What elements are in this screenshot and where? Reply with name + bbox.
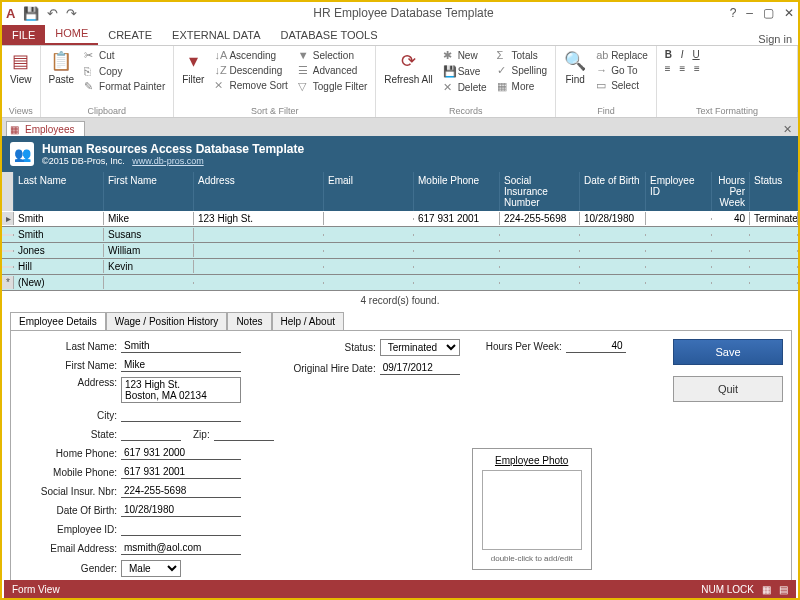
col-email[interactable]: Email xyxy=(324,172,414,211)
redo-icon[interactable]: ↷ xyxy=(66,6,77,21)
undo-icon[interactable]: ↶ xyxy=(47,6,58,21)
select-status[interactable]: Terminated xyxy=(380,339,460,356)
align-right-icon[interactable]: ≡ xyxy=(694,63,700,74)
maximize-icon[interactable]: ▢ xyxy=(763,6,774,20)
spelling-button[interactable]: ✓Spelling xyxy=(495,63,550,78)
table-cell[interactable] xyxy=(324,250,414,252)
table-cell[interactable] xyxy=(646,282,712,284)
col-ssn[interactable]: Social Insurance Number xyxy=(500,172,580,211)
tab-database-tools[interactable]: DATABASE TOOLS xyxy=(270,25,387,45)
tab-create[interactable]: CREATE xyxy=(98,25,162,45)
col-lastname[interactable]: Last Name xyxy=(14,172,104,211)
table-cell[interactable] xyxy=(414,266,500,268)
sign-in-link[interactable]: Sign in xyxy=(758,33,798,45)
ascending-button[interactable]: ↓AAscending xyxy=(212,48,289,62)
align-center-icon[interactable]: ≡ xyxy=(679,63,685,74)
tab-file[interactable]: FILE xyxy=(2,25,45,45)
table-cell[interactable] xyxy=(750,282,798,284)
table-cell[interactable]: 224-255-5698 xyxy=(500,212,580,225)
input-dob[interactable] xyxy=(121,503,241,517)
select-gender[interactable]: Male xyxy=(121,560,181,577)
table-cell[interactable] xyxy=(324,218,414,220)
table-cell[interactable] xyxy=(712,250,750,252)
bold-button[interactable]: B xyxy=(665,49,672,60)
format-painter-button[interactable]: ✎Format Painter xyxy=(82,79,167,94)
table-row[interactable]: *(New) xyxy=(2,275,798,291)
close-icon[interactable]: ✕ xyxy=(784,6,794,20)
col-status[interactable]: Status xyxy=(750,172,798,211)
table-cell[interactable]: 617 931 2001 xyxy=(414,212,500,225)
input-zip[interactable] xyxy=(214,427,274,441)
table-cell[interactable] xyxy=(500,250,580,252)
italic-button[interactable]: I xyxy=(681,49,684,60)
table-cell[interactable] xyxy=(414,282,500,284)
table-cell[interactable] xyxy=(712,266,750,268)
form-tab-details[interactable]: Employee Details xyxy=(10,312,106,330)
copy-button[interactable]: ⎘Copy xyxy=(82,64,167,78)
table-cell[interactable] xyxy=(580,250,646,252)
col-mobile[interactable]: Mobile Phone xyxy=(414,172,500,211)
col-address[interactable]: Address xyxy=(194,172,324,211)
table-cell[interactable] xyxy=(324,266,414,268)
table-cell[interactable]: 40 xyxy=(712,212,750,225)
view-shortcut-icon[interactable]: ▦ xyxy=(762,584,771,595)
table-cell[interactable] xyxy=(2,266,14,268)
table-cell[interactable] xyxy=(194,250,324,252)
form-tab-notes[interactable]: Notes xyxy=(227,312,271,330)
table-cell[interactable] xyxy=(500,234,580,236)
table-cell[interactable] xyxy=(750,250,798,252)
view-button[interactable]: ▤View xyxy=(8,48,34,87)
table-cell[interactable]: Smith xyxy=(14,212,104,225)
table-cell[interactable] xyxy=(580,234,646,236)
tab-home[interactable]: HOME xyxy=(45,23,98,45)
table-cell[interactable] xyxy=(2,234,14,236)
goto-button[interactable]: →Go To xyxy=(594,63,650,77)
table-cell[interactable] xyxy=(646,218,712,220)
input-mobilephone[interactable] xyxy=(121,465,241,479)
descending-button[interactable]: ↓ZDescending xyxy=(212,63,289,77)
input-address[interactable] xyxy=(121,377,241,403)
table-cell[interactable] xyxy=(2,250,14,252)
table-cell[interactable]: Kevin xyxy=(104,260,194,273)
document-tab-employees[interactable]: Employees xyxy=(6,121,85,136)
selection-button[interactable]: ▼Selection xyxy=(296,48,369,62)
input-city[interactable] xyxy=(121,408,241,422)
table-cell[interactable]: Smith xyxy=(14,228,104,241)
refresh-all-button[interactable]: ⟳Refresh All xyxy=(382,48,434,87)
form-tab-wage[interactable]: Wage / Position History xyxy=(106,312,228,330)
cut-button[interactable]: ✂Cut xyxy=(82,48,167,63)
select-button[interactable]: ▭Select xyxy=(594,78,650,93)
photo-placeholder[interactable] xyxy=(482,470,582,550)
replace-button[interactable]: abReplace xyxy=(594,48,650,62)
input-lastname[interactable] xyxy=(121,339,241,353)
view-shortcut-icon[interactable]: ▤ xyxy=(779,584,788,595)
table-cell[interactable] xyxy=(750,266,798,268)
minimize-icon[interactable]: – xyxy=(746,6,753,20)
close-document-icon[interactable]: ✕ xyxy=(777,123,798,136)
table-cell[interactable] xyxy=(580,282,646,284)
table-cell[interactable]: Jones xyxy=(14,244,104,257)
table-cell[interactable]: William xyxy=(104,244,194,257)
input-empid[interactable] xyxy=(121,522,241,536)
table-cell[interactable] xyxy=(324,282,414,284)
input-hiredate[interactable] xyxy=(380,361,460,375)
table-cell[interactable]: (New) xyxy=(14,276,104,289)
table-cell[interactable] xyxy=(414,250,500,252)
table-cell[interactable] xyxy=(194,234,324,236)
save-icon[interactable]: 💾 xyxy=(23,6,39,21)
remove-sort-button[interactable]: ⨯Remove Sort xyxy=(212,78,289,93)
totals-button[interactable]: ΣTotals xyxy=(495,48,550,62)
filter-button[interactable]: ▾Filter xyxy=(180,48,206,87)
table-cell[interactable] xyxy=(646,266,712,268)
save-record-button[interactable]: 💾Save xyxy=(441,64,489,79)
table-cell[interactable] xyxy=(104,282,194,284)
input-email[interactable] xyxy=(121,541,241,555)
table-cell[interactable] xyxy=(414,234,500,236)
table-row[interactable]: SmithSusans xyxy=(2,227,798,243)
align-left-icon[interactable]: ≡ xyxy=(665,63,671,74)
table-cell[interactable]: Mike xyxy=(104,212,194,225)
table-cell[interactable] xyxy=(646,250,712,252)
paste-button[interactable]: 📋Paste xyxy=(47,48,77,87)
table-cell[interactable] xyxy=(194,282,324,284)
col-dob[interactable]: Date of Birth xyxy=(580,172,646,211)
